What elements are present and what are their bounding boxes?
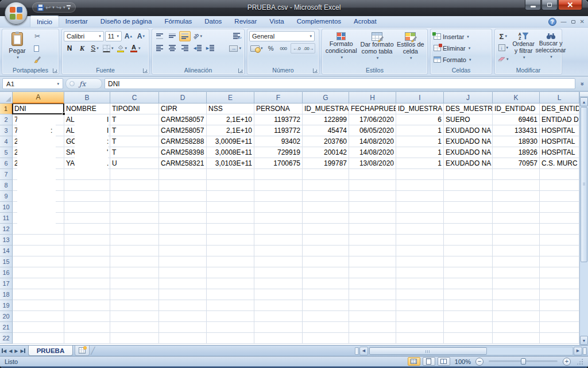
cell-J16[interactable] (444, 267, 493, 278)
cell-H13[interactable] (349, 235, 396, 246)
column-header-G[interactable]: G (303, 92, 349, 103)
column-header-D[interactable]: D (159, 92, 207, 103)
cell-E5[interactable]: 3,0008E+11 (207, 147, 254, 158)
cell-E22[interactable] (207, 333, 254, 344)
cell-K2[interactable]: 69461 (493, 114, 540, 125)
cell-F4[interactable]: 93402 (254, 136, 303, 147)
cell-K17[interactable] (493, 278, 540, 289)
column-header-I[interactable]: I (396, 92, 444, 103)
scroll-right-button[interactable]: ▶ (574, 347, 582, 355)
cell-K5[interactable]: 18926 (493, 147, 540, 158)
copy-button[interactable] (32, 43, 43, 53)
cell-C17[interactable] (110, 278, 159, 289)
row-header-22[interactable]: 22 (0, 333, 13, 344)
row-header-20[interactable]: 20 (0, 311, 13, 322)
cell-G14[interactable] (303, 246, 349, 256)
cell-I16[interactable] (396, 267, 444, 278)
cell-E12[interactable] (207, 224, 254, 235)
tab-dise-o-de-p-gina[interactable]: Diseño de página (94, 16, 158, 27)
tab-revisar[interactable]: Revisar (228, 16, 263, 27)
cell-L6[interactable]: C.S. MURC (540, 158, 579, 169)
cell-E1[interactable]: NSS (207, 103, 254, 114)
row-header-18[interactable]: 18 (0, 289, 13, 300)
cell-L2[interactable]: ENTIDAD D (540, 114, 579, 125)
column-header-K[interactable]: K (493, 92, 540, 103)
cell-J8[interactable] (444, 180, 493, 191)
cell-I6[interactable]: 1 (396, 158, 444, 169)
cell-C9[interactable] (110, 191, 159, 202)
cell-F8[interactable] (254, 180, 303, 191)
cell-K13[interactable] (493, 235, 540, 246)
cell-D18[interactable] (159, 289, 207, 300)
cell-E7[interactable] (207, 169, 254, 180)
cell-D21[interactable] (159, 322, 207, 333)
cell-C21[interactable] (110, 322, 159, 333)
cell-D20[interactable] (159, 311, 207, 322)
cell-F3[interactable]: 1193772 (254, 125, 303, 136)
alignment-dialog-launcher[interactable] (238, 68, 243, 73)
cell-F14[interactable] (254, 246, 303, 256)
cell-L18[interactable] (540, 289, 579, 300)
cell-K20[interactable] (493, 311, 540, 322)
cell-G1[interactable]: ID_MUESTRA (303, 103, 349, 114)
cell-G9[interactable] (303, 191, 349, 202)
cell-B13[interactable] (64, 235, 110, 246)
cell-D22[interactable] (159, 333, 207, 344)
cell-D11[interactable] (159, 213, 207, 224)
cell-K7[interactable] (493, 169, 540, 180)
row-header-5[interactable]: 5 (0, 147, 13, 158)
percent-button[interactable]: % (265, 43, 277, 53)
expand-formula-bar-button[interactable]: « (578, 78, 586, 89)
cell-I22[interactable] (396, 333, 444, 344)
cell-D8[interactable] (159, 180, 207, 191)
font-dialog-launcher[interactable] (143, 68, 148, 73)
cell-K16[interactable] (493, 267, 540, 278)
cell-H17[interactable] (349, 278, 396, 289)
cell-B8[interactable] (64, 180, 110, 191)
find-select-button[interactable]: Buscar y seleccionar▾ (536, 31, 566, 66)
cell-B14[interactable] (64, 246, 110, 256)
cell-I5[interactable]: 1 (396, 147, 444, 158)
number-format-combo[interactable]: General▾ (249, 31, 315, 41)
cell-F10[interactable] (254, 202, 303, 213)
cell-H19[interactable] (349, 300, 396, 311)
cell-C2[interactable]: T (110, 114, 159, 125)
cell-K15[interactable] (493, 256, 540, 267)
align-right-button[interactable] (179, 43, 191, 53)
cell-B7[interactable] (64, 169, 110, 180)
insert-worksheet-button[interactable] (75, 346, 90, 356)
cell-B11[interactable] (64, 213, 110, 224)
cell-I18[interactable] (396, 289, 444, 300)
bold-button[interactable]: N (64, 43, 75, 53)
cell-B22[interactable] (64, 333, 110, 344)
scroll-up-button[interactable]: ▲ (580, 97, 588, 106)
column-header-B[interactable]: B (64, 92, 110, 103)
cell-H22[interactable] (349, 333, 396, 344)
cell-K9[interactable] (493, 191, 540, 202)
cell-A15[interactable] (13, 256, 64, 267)
tab-f-rmulas[interactable]: Fórmulas (158, 16, 198, 27)
cell-J7[interactable] (444, 169, 493, 180)
cell-C12[interactable] (110, 224, 159, 235)
horizontal-split-handle-right[interactable] (583, 347, 587, 355)
cell-G17[interactable] (303, 278, 349, 289)
prev-sheet-button[interactable]: ◀ (9, 348, 12, 354)
cell-I11[interactable] (396, 213, 444, 224)
cell-I20[interactable] (396, 311, 444, 322)
tab-vista[interactable]: Vista (263, 16, 290, 27)
view-page-break-button[interactable] (438, 357, 450, 366)
row-header-8[interactable]: 8 (0, 180, 13, 191)
cell-A19[interactable] (13, 300, 64, 311)
cell-L22[interactable] (540, 333, 579, 344)
cell-G22[interactable] (303, 333, 349, 344)
increase-decimal-button[interactable]: ←.0 (291, 44, 303, 53)
row-header-3[interactable]: 3 (0, 125, 13, 136)
cell-J20[interactable] (444, 311, 493, 322)
cell-J6[interactable]: EXUDADO NA (444, 158, 493, 169)
cell-K18[interactable] (493, 289, 540, 300)
cell-G2[interactable]: 122899 (303, 114, 349, 125)
row-header-1[interactable]: 1 (0, 103, 13, 114)
cell-D9[interactable] (159, 191, 207, 202)
cell-C3[interactable]: T (110, 125, 159, 136)
cell-L11[interactable] (540, 213, 579, 224)
